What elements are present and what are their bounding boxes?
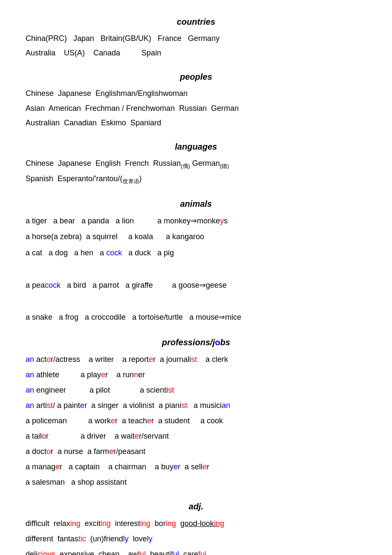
languages-title: languages: [26, 142, 366, 152]
countries-content: China(PRC) Japan Britain(GB/UK) France G…: [26, 31, 366, 60]
animals-title: animals: [26, 199, 366, 209]
languages-section: languages Chinese Japanese English Frenc…: [26, 142, 366, 187]
adj-section: adj. difficult relaxing exciting interes…: [26, 502, 366, 555]
peoples-section: peoples Chinese Japanese Englishman/Engl…: [26, 72, 366, 130]
adj-content: difficult relaxing exciting interesting …: [26, 516, 366, 555]
professions-title: professions/jobs: [26, 338, 366, 347]
professions-content: an actor/actress a writer a reporter a j…: [26, 352, 366, 490]
countries-section: countries China(PRC) Japan Britain(GB/UK…: [26, 17, 366, 60]
peoples-content: Chinese Japanese Englishman/Englishwoman…: [26, 86, 366, 130]
animals-section: animals a tiger a bear a panda a lion a …: [26, 199, 366, 326]
adj-title: adj.: [26, 502, 366, 512]
animals-content: a tiger a bear a panda a lion a monkey⇒m…: [26, 213, 366, 326]
peoples-title: peoples: [26, 72, 366, 82]
professions-section: professions/jobs an actor/actress a writ…: [26, 338, 366, 490]
countries-title: countries: [26, 17, 366, 27]
languages-content: Chinese Japanese English French Russian(…: [26, 156, 366, 187]
